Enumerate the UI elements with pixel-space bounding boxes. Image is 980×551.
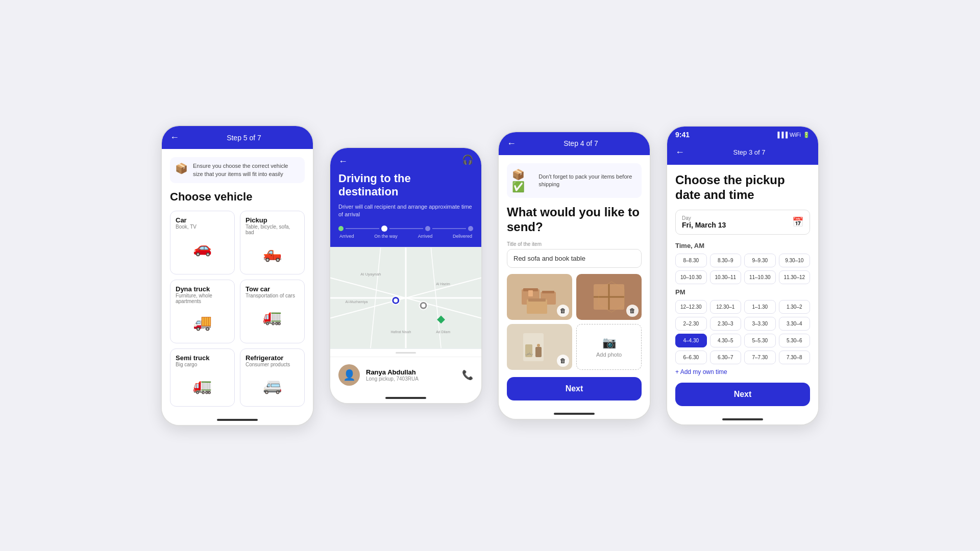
- screen1-header: ← Step 5 of 7: [162, 126, 313, 149]
- pack-icon: 📦✅: [512, 168, 533, 193]
- call-icon[interactable]: 📞: [462, 369, 473, 381]
- add-time-link[interactable]: + Add my own time: [675, 368, 810, 375]
- screen2-header: ← 🎧 Driving to the destination Driver wi…: [330, 148, 481, 247]
- scroll-indicator: [330, 349, 481, 357]
- time-slot-am[interactable]: 11–10.30: [744, 270, 776, 284]
- calendar-icon: 📅: [792, 216, 803, 228]
- scroll-bar: [396, 352, 416, 354]
- screen3-title: What would you like to send?: [507, 205, 642, 235]
- time-slot-pm[interactable]: 6–6.30: [675, 350, 707, 364]
- svg-rect-31: [535, 347, 542, 357]
- time-slot-am[interactable]: 9–9.30: [744, 254, 776, 267]
- time-slot-pm[interactable]: 5–5.30: [744, 334, 776, 347]
- time-slot-pm[interactable]: 7–7.30: [744, 350, 776, 364]
- progress-dot-4: [468, 226, 473, 231]
- time-slot-pm[interactable]: 1.30–2: [779, 300, 811, 314]
- map-svg: Al Uyaynah Al-Muzhamiya Hafirat Nisah Al…: [330, 247, 481, 349]
- time-pm-label: PM: [675, 288, 810, 296]
- time-slot-pm[interactable]: 6.30–7: [710, 350, 742, 364]
- progress-dot-2: [381, 226, 387, 232]
- time-slot-pm[interactable]: 2–2.30: [675, 317, 707, 331]
- time-slot-pm[interactable]: 2.30–3: [710, 317, 742, 331]
- time-slot-am[interactable]: 8.30–9: [710, 254, 742, 267]
- vehicle-card-pickup[interactable]: Pickup Table, bicycle, sofa, bad 🛻: [240, 211, 305, 274]
- screen1-step: Step 5 of 7: [183, 134, 305, 142]
- home-bar: [217, 419, 258, 421]
- delete-photo-3-btn[interactable]: 🗑: [557, 355, 569, 367]
- next-button-4[interactable]: Next: [675, 383, 810, 406]
- home-bar-3: [554, 413, 595, 415]
- progress-step-3: [425, 226, 430, 231]
- svg-point-8: [394, 298, 398, 303]
- time-slot-am[interactable]: 11.30–12: [779, 270, 811, 284]
- driver-info: Ranya Abdullah Long pickup, 7403RUA: [366, 368, 456, 382]
- signal-icon: ▐▐▐: [776, 132, 788, 138]
- svg-text:Al-Muzhamiya: Al-Muzhamiya: [346, 300, 368, 304]
- item-title-input[interactable]: [507, 249, 642, 268]
- time-slot-am[interactable]: 9.30–10: [779, 254, 811, 267]
- phone-screen-2: ← 🎧 Driving to the destination Driver wi…: [329, 147, 482, 405]
- home-bar-2: [385, 397, 426, 399]
- time-slot-pm[interactable]: 5.30–6: [779, 334, 811, 347]
- vehicle-card-car[interactable]: Car Book, TV 🚗: [170, 211, 235, 274]
- driver-name: Ranya Abdullah: [366, 368, 456, 376]
- photo-card-1: 🗑: [507, 274, 572, 320]
- time-slot-am[interactable]: 8–8.30: [675, 254, 707, 267]
- time-grid-pm: 12–12.3012.30–11–1.301.30–22–2.302.30–33…: [675, 300, 810, 364]
- vehicle-name-tow: Tow car: [246, 285, 299, 293]
- screen2-progress: [338, 226, 473, 232]
- day-value: Fri, March 13: [682, 221, 726, 229]
- driver-avatar: 👤: [338, 364, 360, 386]
- day-field[interactable]: Day Fri, March 13 📅: [675, 210, 810, 235]
- svg-text:Al Uyaynah: Al Uyaynah: [360, 272, 381, 277]
- vehicle-card-tow[interactable]: Tow car Transportation of cars 🚛: [240, 280, 305, 343]
- next-button-3[interactable]: Next: [507, 377, 642, 400]
- headset-icon[interactable]: 🎧: [462, 155, 473, 165]
- back-arrow-3-icon[interactable]: ←: [507, 138, 516, 149]
- screen4-body: Choose the pickup date and time Day Fri,…: [667, 165, 818, 414]
- svg-rect-29: [525, 344, 532, 357]
- svg-rect-23: [528, 298, 546, 302]
- vehicle-card-dyna[interactable]: Dyna truck Furniture, whole apartments 🚚: [170, 280, 235, 343]
- back-arrow-icon[interactable]: ←: [170, 132, 179, 143]
- progress-label-4: Delivered: [453, 234, 472, 239]
- time-slot-pm[interactable]: 7.30–8: [779, 350, 811, 364]
- phone-screen-3: ← Step 4 of 7 📦✅ Don't forget to pack yo…: [498, 131, 651, 420]
- photo-card-2: 🗑: [576, 274, 642, 320]
- delete-photo-2-btn[interactable]: 🗑: [626, 305, 639, 317]
- screen4-header: ← Step 3 of 7: [667, 143, 818, 165]
- time-slot-pm[interactable]: 3–3.30: [744, 317, 776, 331]
- driver-sub: Long pickup, 7403RUA: [366, 376, 456, 382]
- svg-text:Ad Dilam: Ad Dilam: [436, 330, 450, 334]
- photo-card-3: رياض 🗑: [507, 324, 572, 370]
- taped-box-svg: [589, 279, 629, 315]
- progress-line-2: [389, 228, 423, 229]
- delete-photo-1-btn[interactable]: 🗑: [557, 305, 569, 317]
- time-slot-pm[interactable]: 12–12.30: [675, 300, 707, 314]
- back-arrow-4-icon[interactable]: ←: [675, 147, 684, 158]
- time-slot-pm[interactable]: 4–4.30: [675, 334, 707, 347]
- add-photo-btn[interactable]: 📷 Add photo: [576, 324, 642, 370]
- photos-grid: 🗑 🗑 رياض: [507, 274, 642, 370]
- vehicle-img-semi: 🚛: [176, 370, 229, 401]
- screen3-body: 📦✅ Don't forget to pack your items befor…: [499, 155, 650, 409]
- back-arrow-2-icon[interactable]: ←: [338, 156, 473, 167]
- time-slot-am[interactable]: 10–10.30: [675, 270, 707, 284]
- time-grid-am: 8–8.308.30–99–9.309.30–1010–10.3010.30–1…: [675, 254, 810, 284]
- screen1-footer: [162, 415, 313, 425]
- time-am-label: Time, AM: [675, 242, 810, 249]
- time-slot-pm[interactable]: 3.30–4: [779, 317, 811, 331]
- time-slot-pm[interactable]: 1–1.30: [744, 300, 776, 314]
- svg-text:Hafirat Nisah: Hafirat Nisah: [390, 330, 411, 334]
- vehicle-img-fridge: 🚐: [246, 370, 299, 401]
- vehicle-card-fridge[interactable]: Refrigerator Consumer products 🚐: [240, 348, 305, 407]
- vehicle-card-semi[interactable]: Semi truck Big cargo 🚛: [170, 348, 235, 407]
- svg-rect-19: [528, 290, 533, 296]
- time-slot-pm[interactable]: 12.30–1: [710, 300, 742, 314]
- time-slot-pm[interactable]: 4.30–5: [710, 334, 742, 347]
- box-icon: 📦: [175, 162, 188, 174]
- phone-screen-1: ← Step 5 of 7 📦 Ensure you choose the co…: [161, 125, 314, 426]
- time-slot-am[interactable]: 10.30–11: [710, 270, 742, 284]
- vehicle-desc-tow: Transportation of cars: [246, 293, 299, 298]
- items-svg: رياض: [519, 329, 560, 365]
